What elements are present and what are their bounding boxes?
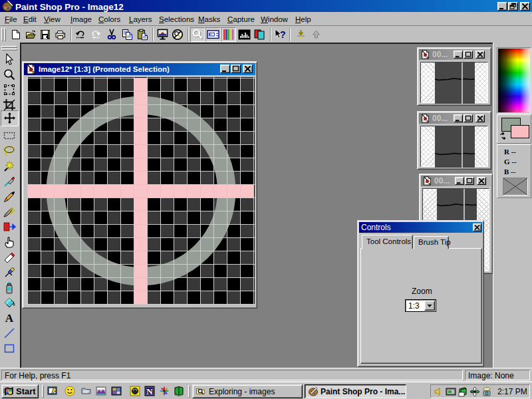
svg-text:A: A (5, 312, 14, 325)
svg-text:s: s (426, 55, 429, 59)
svg-text:N: N (146, 386, 153, 396)
svg-text:s: s (428, 181, 431, 186)
svg-text:s: s (32, 70, 35, 74)
svg-text:s: s (426, 118, 429, 123)
svg-text:?: ? (280, 29, 286, 40)
